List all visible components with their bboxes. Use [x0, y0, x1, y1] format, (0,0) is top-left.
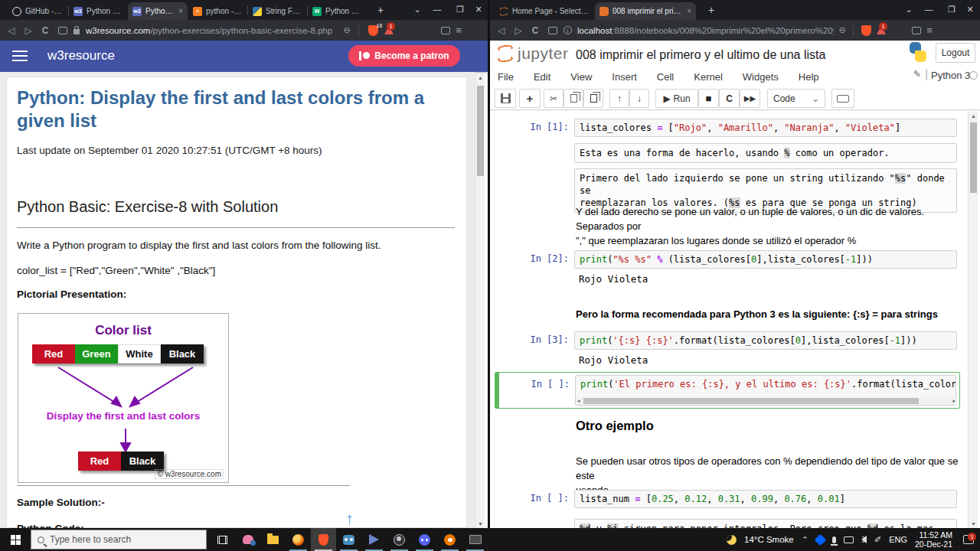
- w3resource-brand[interactable]: w3resource: [47, 48, 115, 64]
- start-button[interactable]: [0, 528, 31, 551]
- tab-python-display-active[interactable]: w3 Python: Di ×: [128, 2, 188, 20]
- command-palette-button[interactable]: [831, 89, 854, 108]
- menu-insert[interactable]: Insert: [612, 71, 637, 83]
- taskbar-app-engine-blue[interactable]: [361, 528, 387, 551]
- weather-icon[interactable]: [727, 535, 737, 545]
- back-icon[interactable]: ◁: [493, 25, 510, 36]
- stop-button[interactable]: ■: [698, 89, 719, 108]
- code-cell-1[interactable]: lista_colores = ["Rojo", "Amarillo", "Na…: [574, 119, 957, 137]
- menu-help[interactable]: Help: [799, 71, 819, 83]
- reload-icon[interactable]: C: [527, 25, 544, 36]
- copy-cell-button[interactable]: [564, 89, 583, 108]
- menu-edit[interactable]: Edit: [534, 71, 550, 83]
- paste-cell-button[interactable]: [583, 89, 603, 108]
- tab-notebook-active[interactable]: 008 imprimir el primero y el ultim ×: [595, 2, 696, 20]
- edit-pencil-icon[interactable]: ✎: [913, 69, 921, 80]
- logout-button[interactable]: Logout: [936, 43, 975, 63]
- menu-kernel[interactable]: Kernel: [694, 71, 723, 83]
- sidebar-icon[interactable]: [912, 27, 921, 34]
- jupyter-logo[interactable]: jupyter: [496, 44, 569, 63]
- extension-icon[interactable]: 1: [384, 26, 394, 34]
- bookmark-icon[interactable]: [548, 27, 557, 34]
- add-cell-button[interactable]: +: [519, 89, 541, 108]
- brave-shield-icon[interactable]: [861, 25, 871, 36]
- menu-widgets[interactable]: Widgets: [743, 71, 779, 83]
- close-button[interactable]: ✕: [961, 0, 979, 19]
- become-patron-button[interactable]: Become a patron: [348, 45, 460, 67]
- back-to-top-arrow[interactable]: ↑: [345, 510, 354, 528]
- menu-view[interactable]: View: [570, 71, 592, 83]
- taskbar-clock[interactable]: 11:52 AM 20-Dec-21: [915, 530, 952, 549]
- close-button[interactable]: ✕: [469, 0, 488, 19]
- language-indicator[interactable]: ENG: [889, 535, 907, 544]
- notification-center-icon[interactable]: 1: [963, 535, 974, 544]
- tab-stackoverflow[interactable]: ≡ python - How: [188, 2, 247, 20]
- raw-cell-1[interactable]: Esta es una forma de hacerlo, usando % c…: [574, 143, 957, 163]
- tab-close-icon[interactable]: ×: [178, 7, 183, 15]
- taskbar-app-brave[interactable]: [311, 528, 336, 551]
- zoom-indicator-icon[interactable]: ⊖: [834, 25, 851, 35]
- tab-github[interactable]: GitHub - javie: [8, 2, 67, 20]
- scrollbar-right-window[interactable]: ▲ ▼: [968, 112, 978, 528]
- extension-icon[interactable]: 1: [877, 26, 886, 34]
- microphone-icon[interactable]: [832, 536, 836, 543]
- maximize-button[interactable]: ❐: [449, 0, 472, 19]
- taskbar-app-godot[interactable]: [336, 528, 361, 551]
- browser-menu-icon[interactable]: ≡: [921, 24, 938, 36]
- save-button[interactable]: [495, 89, 516, 108]
- cut-cell-button[interactable]: ✂: [544, 89, 564, 108]
- brave-shield-icon[interactable]: 18: [368, 25, 378, 36]
- hidden-icons-chevron[interactable]: ⌃: [802, 535, 808, 545]
- forward-icon[interactable]: ▷: [510, 25, 527, 36]
- url-bar-right[interactable]: ◁ ▷ C i localhost:8888/notebooks/008%20i…: [490, 20, 980, 41]
- tab-close-icon[interactable]: ×: [687, 7, 691, 15]
- weather-text[interactable]: 14°C Smoke: [744, 535, 794, 544]
- menu-cell[interactable]: Cell: [657, 71, 674, 83]
- scrollbar-left-window[interactable]: ▲ ▼: [475, 73, 485, 528]
- taskbar-app-firefox[interactable]: [286, 528, 311, 551]
- notebook-title[interactable]: 008 imprimir el primero y el ultimo de u…: [576, 48, 825, 62]
- taskbar-app-blender[interactable]: [437, 528, 462, 551]
- minimize-button[interactable]: —: [917, 0, 940, 19]
- reload-icon[interactable]: C: [37, 25, 54, 36]
- horizontal-scrollbar[interactable]: ◂ ▸: [576, 397, 957, 405]
- url-bar-left[interactable]: ◁ ▷ C w3resource.com/python-exercises/py…: [0, 20, 488, 41]
- url-text[interactable]: localhost:8888/notebooks/008%20imprimir%…: [577, 26, 834, 35]
- markdown-cell-2[interactable]: Pero la forma recomendada para Python 3 …: [576, 307, 962, 321]
- taskbar-app-paint3d[interactable]: [235, 528, 260, 551]
- tab-jupyter-home[interactable]: Home Page - Select or create a noteb: [495, 2, 594, 20]
- back-icon[interactable]: ◁: [3, 25, 20, 36]
- taskbar-app-obs[interactable]: [387, 528, 412, 551]
- move-down-button[interactable]: ↓: [629, 89, 649, 108]
- taskbar-app-explorer[interactable]: [260, 528, 286, 551]
- task-view-button[interactable]: [210, 528, 235, 551]
- code-cell-2[interactable]: print("%s %s" % (lista_colores[0],lista_…: [574, 250, 957, 269]
- restart-run-all-button[interactable]: ▶▶: [740, 89, 760, 108]
- tab-string-format[interactable]: String Formatt: [248, 2, 306, 20]
- tab-python-basic[interactable]: w3 Python Basic: E: [69, 2, 127, 20]
- selected-code-cell[interactable]: In [ ]: print('El primero es: {:s}, y el…: [495, 372, 960, 409]
- run-button[interactable]: ▶ Run: [655, 89, 698, 108]
- taskbar-search[interactable]: Type here to search: [31, 530, 207, 549]
- sidebar-icon[interactable]: [441, 27, 450, 34]
- cell-type-dropdown[interactable]: Code⌄: [767, 89, 825, 108]
- speaker-icon[interactable]: [861, 536, 867, 543]
- browser-menu-icon[interactable]: ≡: [450, 24, 467, 36]
- taskbar-app-discord[interactable]: [412, 528, 437, 551]
- bookmark-icon[interactable]: [58, 27, 67, 34]
- tab-python-string[interactable]: W Python String: [308, 2, 366, 20]
- code-cell-5[interactable]: lista_num = [0.25, 0.12, 0.31, 0.99, 0.7…: [574, 490, 957, 508]
- dropbox-icon[interactable]: [815, 533, 827, 546]
- maximize-button[interactable]: ❐: [940, 0, 963, 19]
- new-tab-button[interactable]: +: [372, 2, 389, 18]
- markdown-heading[interactable]: Otro ejemplo: [576, 419, 962, 433]
- code-cell-3[interactable]: print('{:s} {:s}'.format(lista_colores[0…: [574, 331, 957, 350]
- hamburger-menu-icon[interactable]: [12, 51, 28, 64]
- taskbar-app-remote-window[interactable]: [462, 528, 488, 551]
- display-icon[interactable]: [844, 536, 854, 543]
- pen-device-icon[interactable]: ✐: [874, 535, 881, 545]
- move-up-button[interactable]: ↑: [609, 89, 629, 108]
- url-text[interactable]: w3resource.com/python-exercises/python-b…: [86, 26, 338, 35]
- zoom-indicator-icon[interactable]: ⊖: [338, 25, 355, 35]
- site-info-icon[interactable]: i: [564, 26, 572, 34]
